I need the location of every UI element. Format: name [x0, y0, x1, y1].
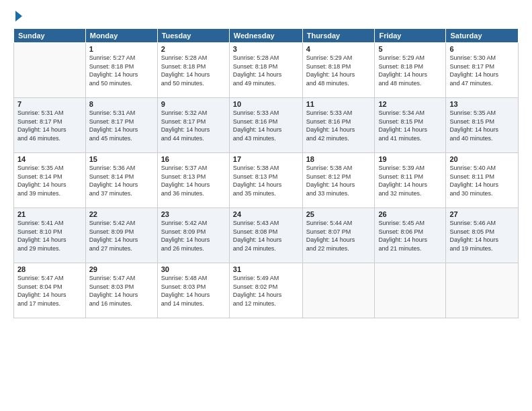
day-info: Sunrise: 5:27 AMSunset: 8:18 PMDaylight:…: [89, 54, 154, 87]
day-cell: 21Sunrise: 5:41 AMSunset: 8:10 PMDayligh…: [14, 208, 86, 263]
day-number: 23: [161, 210, 226, 218]
day-info: Sunrise: 5:44 AMSunset: 8:07 PMDaylight:…: [306, 219, 371, 253]
day-number: 24: [233, 210, 299, 218]
logo: [13, 11, 22, 21]
day-cell: 22Sunrise: 5:42 AMSunset: 8:09 PMDayligh…: [85, 208, 157, 263]
day-cell: 16Sunrise: 5:37 AMSunset: 8:13 PMDayligh…: [157, 153, 229, 208]
day-number: 28: [17, 265, 82, 273]
week-row-4: 21Sunrise: 5:41 AMSunset: 8:10 PMDayligh…: [14, 208, 519, 263]
day-number: 26: [378, 210, 442, 218]
day-info: Sunrise: 5:43 AMSunset: 8:08 PMDaylight:…: [233, 219, 299, 253]
day-number: 1: [89, 45, 154, 53]
weekday-header-saturday: Saturday: [446, 29, 519, 43]
day-info: Sunrise: 5:33 AMSunset: 8:16 PMDaylight:…: [233, 109, 299, 142]
day-info: Sunrise: 5:35 AMSunset: 8:15 PMDaylight:…: [449, 109, 515, 142]
day-cell: 15Sunrise: 5:36 AMSunset: 8:14 PMDayligh…: [85, 153, 157, 208]
day-number: 3: [233, 45, 299, 53]
day-info: Sunrise: 5:47 AMSunset: 8:04 PMDaylight:…: [17, 274, 82, 308]
day-cell: 23Sunrise: 5:42 AMSunset: 8:09 PMDayligh…: [157, 208, 229, 263]
day-number: 18: [306, 155, 371, 163]
day-cell: [14, 43, 86, 98]
weekday-header-monday: Monday: [85, 29, 157, 43]
day-info: Sunrise: 5:31 AMSunset: 8:17 PMDaylight:…: [17, 109, 82, 142]
day-number: 5: [378, 45, 442, 53]
day-info: Sunrise: 5:49 AMSunset: 8:02 PMDaylight:…: [233, 274, 299, 308]
day-cell: 14Sunrise: 5:35 AMSunset: 8:14 PMDayligh…: [14, 153, 86, 208]
day-info: Sunrise: 5:31 AMSunset: 8:17 PMDaylight:…: [89, 109, 154, 142]
day-info: Sunrise: 5:38 AMSunset: 8:12 PMDaylight:…: [306, 164, 371, 197]
day-info: Sunrise: 5:37 AMSunset: 8:13 PMDaylight:…: [161, 164, 226, 197]
day-cell: 11Sunrise: 5:33 AMSunset: 8:16 PMDayligh…: [302, 98, 375, 153]
day-info: Sunrise: 5:35 AMSunset: 8:14 PMDaylight:…: [17, 164, 82, 197]
day-info: Sunrise: 5:36 AMSunset: 8:14 PMDaylight:…: [89, 164, 154, 197]
day-cell: 1Sunrise: 5:27 AMSunset: 8:18 PMDaylight…: [85, 43, 157, 98]
day-number: 11: [306, 100, 371, 108]
day-number: 31: [233, 265, 299, 273]
day-info: Sunrise: 5:39 AMSunset: 8:11 PMDaylight:…: [378, 164, 442, 197]
day-cell: 2Sunrise: 5:28 AMSunset: 8:18 PMDaylight…: [157, 43, 229, 98]
day-number: 8: [89, 100, 154, 108]
weekday-header-thursday: Thursday: [302, 29, 375, 43]
day-cell: [375, 263, 446, 318]
day-number: 19: [378, 155, 442, 163]
day-cell: 12Sunrise: 5:34 AMSunset: 8:15 PMDayligh…: [375, 98, 446, 153]
day-cell: 19Sunrise: 5:39 AMSunset: 8:11 PMDayligh…: [375, 153, 446, 208]
day-number: 29: [89, 265, 154, 273]
day-cell: 17Sunrise: 5:38 AMSunset: 8:13 PMDayligh…: [229, 153, 302, 208]
day-info: Sunrise: 5:41 AMSunset: 8:10 PMDaylight:…: [17, 219, 82, 253]
day-number: 10: [233, 100, 299, 108]
day-number: 20: [449, 155, 515, 163]
day-info: Sunrise: 5:45 AMSunset: 8:06 PMDaylight:…: [378, 219, 442, 253]
weekday-header-tuesday: Tuesday: [157, 29, 229, 43]
header: [13, 11, 519, 21]
page: SundayMondayTuesdayWednesdayThursdayFrid…: [0, 0, 532, 411]
calendar-table: SundayMondayTuesdayWednesdayThursdayFrid…: [13, 28, 519, 318]
weekday-header-friday: Friday: [375, 29, 446, 43]
week-row-3: 14Sunrise: 5:35 AMSunset: 8:14 PMDayligh…: [14, 153, 519, 208]
day-number: 7: [17, 100, 82, 108]
day-info: Sunrise: 5:46 AMSunset: 8:05 PMDaylight:…: [449, 219, 515, 253]
day-number: 21: [17, 210, 82, 218]
day-cell: 10Sunrise: 5:33 AMSunset: 8:16 PMDayligh…: [229, 98, 302, 153]
day-cell: 6Sunrise: 5:30 AMSunset: 8:17 PMDaylight…: [446, 43, 519, 98]
day-number: 2: [161, 45, 226, 53]
day-info: Sunrise: 5:34 AMSunset: 8:15 PMDaylight:…: [378, 109, 442, 142]
day-info: Sunrise: 5:40 AMSunset: 8:11 PMDaylight:…: [449, 164, 515, 197]
day-info: Sunrise: 5:30 AMSunset: 8:17 PMDaylight:…: [449, 54, 515, 87]
day-info: Sunrise: 5:33 AMSunset: 8:16 PMDaylight:…: [306, 109, 371, 142]
day-info: Sunrise: 5:32 AMSunset: 8:17 PMDaylight:…: [161, 109, 226, 142]
day-cell: 3Sunrise: 5:28 AMSunset: 8:18 PMDaylight…: [229, 43, 302, 98]
day-info: Sunrise: 5:48 AMSunset: 8:03 PMDaylight:…: [161, 274, 226, 308]
day-cell: 7Sunrise: 5:31 AMSunset: 8:17 PMDaylight…: [14, 98, 86, 153]
day-number: 27: [449, 210, 515, 218]
day-number: 25: [306, 210, 371, 218]
day-number: 30: [161, 265, 226, 273]
weekday-header-row: SundayMondayTuesdayWednesdayThursdayFrid…: [14, 29, 519, 43]
day-cell: [446, 263, 519, 318]
day-info: Sunrise: 5:42 AMSunset: 8:09 PMDaylight:…: [89, 219, 154, 253]
day-number: 9: [161, 100, 226, 108]
day-info: Sunrise: 5:28 AMSunset: 8:18 PMDaylight:…: [161, 54, 226, 87]
day-info: Sunrise: 5:29 AMSunset: 8:18 PMDaylight:…: [378, 54, 442, 87]
day-cell: 13Sunrise: 5:35 AMSunset: 8:15 PMDayligh…: [446, 98, 519, 153]
day-number: 6: [449, 45, 515, 53]
day-cell: 25Sunrise: 5:44 AMSunset: 8:07 PMDayligh…: [302, 208, 375, 263]
day-cell: 26Sunrise: 5:45 AMSunset: 8:06 PMDayligh…: [375, 208, 446, 263]
day-cell: 24Sunrise: 5:43 AMSunset: 8:08 PMDayligh…: [229, 208, 302, 263]
day-number: 15: [89, 155, 154, 163]
day-cell: 5Sunrise: 5:29 AMSunset: 8:18 PMDaylight…: [375, 43, 446, 98]
day-cell: 20Sunrise: 5:40 AMSunset: 8:11 PMDayligh…: [446, 153, 519, 208]
logo-triangle-icon: [15, 11, 22, 21]
week-row-5: 28Sunrise: 5:47 AMSunset: 8:04 PMDayligh…: [14, 263, 519, 318]
day-cell: 30Sunrise: 5:48 AMSunset: 8:03 PMDayligh…: [157, 263, 229, 318]
day-number: 16: [161, 155, 226, 163]
day-info: Sunrise: 5:28 AMSunset: 8:18 PMDaylight:…: [233, 54, 299, 87]
day-info: Sunrise: 5:47 AMSunset: 8:03 PMDaylight:…: [89, 274, 154, 308]
day-cell: 29Sunrise: 5:47 AMSunset: 8:03 PMDayligh…: [85, 263, 157, 318]
day-cell: 9Sunrise: 5:32 AMSunset: 8:17 PMDaylight…: [157, 98, 229, 153]
day-cell: [302, 263, 375, 318]
day-cell: 8Sunrise: 5:31 AMSunset: 8:17 PMDaylight…: [85, 98, 157, 153]
day-cell: 31Sunrise: 5:49 AMSunset: 8:02 PMDayligh…: [229, 263, 302, 318]
day-number: 12: [378, 100, 442, 108]
day-info: Sunrise: 5:29 AMSunset: 8:18 PMDaylight:…: [306, 54, 371, 87]
